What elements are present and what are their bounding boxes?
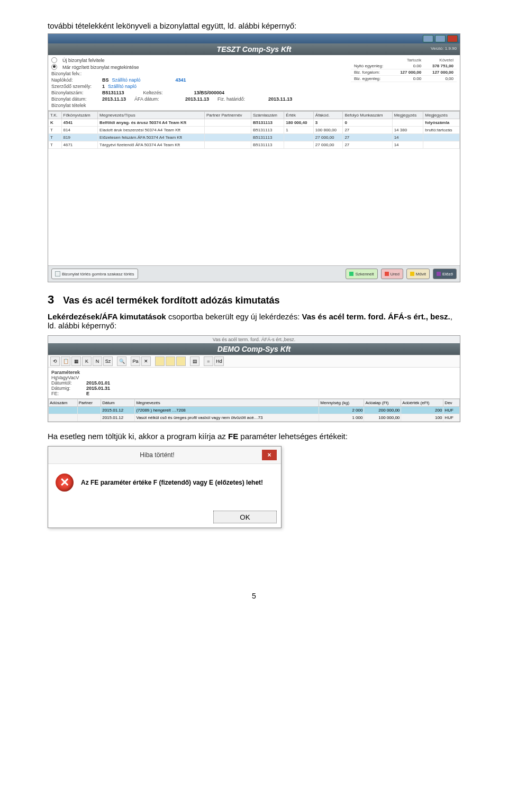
toolbar-button[interactable]: ✕: [141, 356, 151, 366]
label-naplokod: Naplókód:: [51, 77, 99, 83]
grid-header-row: AdószámPartnerDátumMegnevezésMennyiség (…: [49, 399, 460, 407]
radio-view-label: Már rögzített bizonylat megtekintése: [62, 65, 139, 70]
minimize-icon[interactable]: [423, 35, 433, 42]
red-square-icon: [385, 272, 389, 276]
dialog-message: Az FE paraméter értéke F (fizetendő) vag…: [81, 479, 263, 486]
value-bizonylatszam: B5131113: [102, 90, 124, 95]
close-icon[interactable]: [447, 35, 458, 42]
app-title: TESZT Comp-Sys Kft: [217, 45, 292, 53]
footer-toolbar: Bizonylat törlés gombra szakasz törlés S…: [48, 265, 460, 282]
value-keltezes: 13/BS/000004: [194, 90, 225, 95]
label-bizonylatszam: Bizonylatszám:: [51, 90, 99, 95]
toolbar-button[interactable]: Hd: [214, 356, 224, 366]
toolbar-button[interactable]: [155, 356, 165, 366]
value-naplokod-desc: Szállító napló: [112, 77, 141, 83]
toolbar-button[interactable]: K: [82, 356, 92, 366]
summary-table: TartozikKövetel Nyitó egyenleg:0.00378 7…: [351, 57, 457, 82]
label-bizonylat-felv: Bizonylat felv.:: [51, 71, 99, 76]
screenshot-teszt-compsys: TESZT Comp-Sys Kft Verzió: 1.9.90 Új biz…: [48, 33, 460, 282]
value-szerzodo-desc: Szállító napló: [108, 84, 137, 89]
voucher-items-grid[interactable]: T.K.FőkönyviszámMegnevezés/TípusPartner …: [48, 111, 460, 265]
heading-number: 3: [48, 293, 54, 306]
param-datumig-value: 2015.01.31: [86, 386, 110, 391]
footer-scan-button[interactable]: Szkennelt: [346, 269, 377, 279]
footer-ured-button[interactable]: Ured: [381, 269, 403, 279]
sum-row: Biz. egyenleg:0.000,00: [351, 76, 457, 82]
label-fizhat: Fiz. határidő:: [217, 96, 265, 102]
header-panel: Új bizonylat felvitele Már rögzített biz…: [48, 55, 460, 111]
param-hgv: HgVagyVacV: [51, 375, 83, 380]
green-square-icon: [349, 272, 353, 276]
footer-doc-button[interactable]: Bizonylat törlés gombra szakasz törlés: [51, 269, 138, 279]
value-bizdatum: 2013.11.13: [102, 96, 126, 102]
document-icon: [55, 271, 60, 276]
error-icon: ✕: [56, 474, 74, 492]
report-grid[interactable]: AdószámPartnerDátumMegnevezésMennyiség (…: [48, 399, 460, 422]
toolbar-button[interactable]: ▤: [190, 356, 199, 366]
footer-muvit-button[interactable]: Művit: [406, 269, 430, 279]
grid-empty-area: [48, 149, 460, 265]
radio-new-voucher[interactable]: Új bizonylat felvitele: [51, 57, 292, 63]
table-row[interactable]: T819Előzetesen felszám.ÁFA 50374 A4 Team…: [49, 134, 460, 141]
sum-hdr-kovetel: Követel: [424, 57, 457, 63]
window-titlebar: [48, 34, 460, 43]
toolbar-button[interactable]: =: [204, 356, 213, 366]
intro-paragraph: további tételekként lekönyveli a bizonyl…: [48, 21, 460, 30]
value-sorszam: 4341: [176, 77, 186, 83]
heading-text: Vas és acél termékek fordított adózás ki…: [63, 295, 279, 306]
param-datumig-label: Dátumig:: [51, 386, 83, 391]
param-fe-label: FE:: [51, 391, 83, 396]
parameters-panel: Paraméterek HgVagyVacV Dátumtól:2015.01.…: [48, 368, 460, 399]
footer-elozo-button[interactable]: Előző: [433, 269, 457, 279]
grid-header-row: T.K.FőkönyviszámMegnevezés/TípusPartner …: [49, 112, 460, 119]
purple-square-icon: [437, 272, 441, 276]
sum-row: Biz. forgalom:127 000,00127 000,00: [351, 69, 457, 76]
param-datumtol-value: 2015.01.01: [86, 380, 110, 386]
app-header-band-2: DEMO Comp-Sys Kft: [48, 343, 460, 355]
value-afadatum: 2013.11.13: [185, 96, 209, 102]
toolbar-button[interactable]: ⟲: [50, 356, 60, 366]
table-row[interactable]: 2015.01.12Vasút nélkül cső és üreges pro…: [49, 414, 460, 422]
screenshot-demo-compsys: Vas és acél term. ford. ÁFÁ-s ért.,besz.…: [48, 335, 460, 422]
app-version: Verzió: 1.9.90: [431, 46, 457, 51]
dialog-titlebar: Hiba történt! ×: [48, 447, 281, 464]
toolbar-button[interactable]: Sz: [103, 356, 113, 366]
table-row[interactable]: 2015.01.12(72089.) hengerelt …72082 0002…: [49, 407, 460, 414]
maximize-icon[interactable]: [435, 35, 446, 42]
toolbar-button[interactable]: [166, 356, 175, 366]
label-afadatum: ÁFA dátum:: [134, 96, 182, 102]
toolbar-button[interactable]: 🔍: [117, 356, 126, 366]
value-fizhat: 2013.11.13: [268, 96, 292, 102]
toolbar-button[interactable]: [176, 356, 186, 366]
error-dialog: Hiba történt! × ✕ Az FE paraméter értéke…: [48, 446, 282, 528]
label-biztetelek: Bizonylat tételek: [51, 103, 99, 108]
report-title: Vas és acél term. ford. ÁFÁ-s ért.,besz.: [48, 336, 460, 343]
app-title-2: DEMO Comp-Sys Kft: [217, 345, 291, 353]
ok-button[interactable]: OK: [213, 511, 277, 523]
toolbar-button[interactable]: Pa: [131, 356, 140, 366]
toolbar-button[interactable]: N: [93, 356, 102, 366]
dialog-title: Hiba történt!: [52, 451, 262, 459]
sum-row: Nyitó egyenleg:0.00378 751,00: [351, 63, 457, 69]
param-fe-value: E: [86, 391, 89, 396]
radio-view-voucher[interactable]: Már rögzített bizonylat megtekintése: [51, 64, 292, 70]
after-paragraph: Ha esetleg nem töltjük ki, akkor a progr…: [48, 432, 460, 441]
yellow-square-icon: [410, 272, 414, 276]
section-3-heading: 3 Vas és acél termékek fordított adózás …: [48, 293, 460, 307]
params-title: Paraméterek: [51, 370, 83, 375]
param-datumtol-label: Dátumtól:: [51, 380, 83, 386]
body-paragraph: Lekérdezések/ÁFA kimutatások csoportba b…: [48, 312, 460, 330]
table-row[interactable]: T814Eladott áruk beszerzési 50374 A4 Tea…: [49, 127, 460, 134]
label-keltezes: Keltezés:: [143, 90, 191, 95]
label-szerzodo: Szerződő személy:: [51, 84, 99, 89]
value-naplokod: BS: [102, 77, 109, 83]
sum-hdr-tartozik: Tartozik: [392, 57, 424, 63]
toolbar-button[interactable]: 📋: [61, 356, 70, 366]
table-row[interactable]: K4541Belföldi anyag- és árusz 50374 A4 T…: [49, 119, 460, 127]
table-row[interactable]: T4671Tárgyévi fizetendő ÁFA 50374 A4 Tea…: [49, 141, 460, 149]
toolbar: ⟲ 📋 ▦ K N Sz 🔍 Pa ✕ ▤ = Hd: [48, 355, 460, 368]
toolbar-button[interactable]: ▦: [71, 356, 81, 366]
dialog-close-icon[interactable]: ×: [262, 450, 277, 460]
value-szerzodo: 1: [102, 84, 105, 89]
label-bizdatum: Bizonylat dátum:: [51, 96, 99, 102]
